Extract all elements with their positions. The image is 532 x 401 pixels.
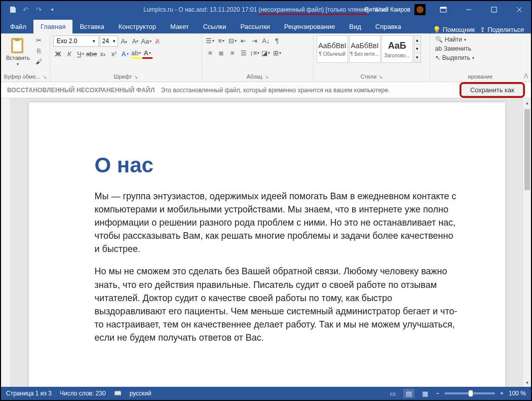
bold-button[interactable]: Ж: [53, 49, 63, 59]
vertical-ruler[interactable]: [1, 98, 11, 387]
select-button[interactable]: ↖Выделить▾: [433, 54, 476, 62]
styles-gallery[interactable]: АаБбВвІ¶ Обычный АаБбВвІ¶ Без инте... Аа…: [317, 35, 421, 63]
scroll-thumb[interactable]: [524, 109, 530, 190]
tab-references[interactable]: Ссылки: [196, 20, 234, 33]
dialog-launcher-icon[interactable]: ↘: [43, 74, 47, 80]
tab-layout[interactable]: Макет: [163, 20, 196, 33]
dialog-launcher-icon[interactable]: ↘: [378, 74, 383, 80]
qat-dropdown-icon[interactable]: ▾: [48, 6, 56, 14]
redo-icon[interactable]: ↷: [35, 6, 43, 14]
scroll-down-icon[interactable]: ▾: [523, 378, 531, 387]
svg-rect-1: [440, 7, 446, 9]
font-color-button[interactable]: A▾: [142, 49, 153, 59]
numbering-button[interactable]: ≡▾: [216, 35, 226, 46]
find-button[interactable]: 🔍Найти▾: [433, 35, 476, 44]
cut-button[interactable]: ✂: [34, 35, 44, 45]
lightbulb-icon: 💡: [433, 26, 441, 33]
svg-rect-6: [13, 40, 22, 52]
superscript-button[interactable]: x²: [109, 49, 119, 59]
format-painter-button[interactable]: 🖌: [34, 57, 44, 66]
window-title: Lumpics.ru - О нас.asd: 13.11.2020 17:01…: [143, 6, 389, 13]
styles-scroll[interactable]: ▴▾▾: [414, 35, 421, 63]
ribbon-tabs: Файл Главная Вставка Конструктор Макет С…: [1, 18, 531, 33]
save-icon[interactable]: [9, 6, 17, 14]
read-mode-button[interactable]: ▭: [387, 389, 398, 398]
scroll-up-icon[interactable]: ▴: [523, 98, 531, 107]
highlight-button[interactable]: ab▾: [131, 49, 141, 59]
proofing-icon[interactable]: 📖: [114, 390, 122, 397]
font-size-combo[interactable]: 24▾: [100, 35, 118, 47]
show-marks-button[interactable]: ¶: [272, 35, 282, 46]
document-viewport[interactable]: О нас Мы — группа энтузиастов, одержимых…: [11, 98, 522, 387]
document-paragraph[interactable]: Мы — группа энтузиастов, одержимых идеей…: [95, 190, 460, 256]
paste-button[interactable]: Вставить ▾: [4, 35, 32, 68]
copy-button[interactable]: ⎘: [34, 46, 44, 55]
user-avatar-icon: [414, 4, 426, 15]
replace-button[interactable]: abЗаменить: [433, 45, 476, 53]
document-heading[interactable]: О нас: [95, 153, 460, 177]
sort-button[interactable]: A↓: [261, 35, 271, 46]
web-layout-button[interactable]: ▦: [420, 389, 431, 398]
share-button[interactable]: ⇪ Поделиться: [480, 26, 524, 33]
tab-file[interactable]: Файл: [3, 20, 33, 33]
page[interactable]: О нас Мы — группа энтузиастов, одержимых…: [29, 102, 505, 387]
dialog-launcher-icon[interactable]: ↘: [134, 74, 138, 80]
justify-button[interactable]: ☰: [239, 48, 249, 58]
tab-review[interactable]: Рецензирование: [277, 20, 342, 33]
ribbon-group-clipboard: Вставить ▾ ✂ ⎘ 🖌 Буфер обме...↘: [1, 33, 50, 82]
style-heading[interactable]: АаБЗаголово...: [382, 35, 413, 63]
style-normal[interactable]: АаБбВвІ¶ Обычный: [317, 35, 348, 63]
page-count[interactable]: Страница 1 из 3: [6, 390, 52, 397]
ribbon-options-icon[interactable]: [432, 1, 455, 18]
print-layout-button[interactable]: ▤: [403, 389, 414, 398]
language-status[interactable]: русский: [130, 390, 151, 397]
bullets-button[interactable]: ☰▾: [205, 35, 215, 46]
maximize-button[interactable]: [482, 1, 506, 18]
multilevel-button[interactable]: ⊟▾: [227, 35, 238, 46]
align-center-button[interactable]: ≣: [216, 48, 226, 58]
line-spacing-button[interactable]: ↕≡▾: [250, 48, 260, 58]
tab-design[interactable]: Конструктор: [111, 20, 163, 33]
word-count[interactable]: Число слов: 230: [60, 390, 106, 397]
subscript-button[interactable]: x₂: [98, 49, 108, 59]
underline-button[interactable]: Ч▾: [75, 49, 86, 59]
minimize-button[interactable]: [457, 1, 480, 18]
tab-insert[interactable]: Вставка: [72, 20, 111, 33]
tab-help[interactable]: Справка: [368, 20, 408, 33]
tab-view[interactable]: Вид: [342, 20, 368, 33]
italic-button[interactable]: К: [64, 49, 74, 59]
tab-home[interactable]: Главная: [33, 20, 72, 33]
ribbon-group-paragraph: ☰▾ ≡▾ ⊟▾ ⇤ ⇥ A↓ ¶ ≡ ≣ ≡ ☰ ↕≡▾ ◪▾ ⊞▾: [202, 33, 314, 82]
change-case-button[interactable]: Aa▾: [141, 36, 151, 46]
shrink-font-button[interactable]: A▾: [130, 36, 140, 46]
strikethrough-button[interactable]: abe: [87, 49, 97, 59]
title-bar: ↶ ↷ ▾ Lumpics.ru - О нас.asd: 13.11.2020…: [1, 1, 531, 18]
decrease-indent-button[interactable]: ⇤: [239, 35, 249, 46]
tab-mailings[interactable]: Рассылки: [233, 20, 277, 33]
clear-format-button[interactable]: A̷: [153, 36, 163, 46]
vertical-scrollbar[interactable]: ▴ ▾: [522, 98, 531, 387]
close-button[interactable]: [508, 1, 531, 18]
zoom-slider[interactable]: [444, 392, 495, 394]
undo-icon[interactable]: ↶: [22, 6, 30, 14]
clipboard-icon: [10, 38, 26, 54]
tell-me-button[interactable]: 💡 Помощник: [433, 26, 475, 33]
zoom-in-button[interactable]: +: [500, 390, 504, 397]
document-paragraph[interactable]: Но мы не сможем это сделать без Вашей об…: [95, 265, 460, 344]
style-no-spacing[interactable]: АаБбВвІ¶ Без инте...: [349, 35, 381, 63]
share-icon: ⇪: [480, 26, 485, 33]
align-left-button[interactable]: ≡: [205, 48, 215, 58]
grow-font-button[interactable]: A▴: [119, 36, 129, 46]
zoom-out-button[interactable]: −: [436, 390, 439, 397]
zoom-level[interactable]: 100 %: [509, 390, 526, 397]
borders-button[interactable]: ⊞▾: [272, 48, 282, 58]
font-name-combo[interactable]: Exo 2.0▾: [53, 35, 99, 47]
save-as-button[interactable]: Сохранить как: [460, 82, 525, 98]
search-icon: 🔍: [435, 36, 443, 43]
text-effects-button[interactable]: A▾: [120, 49, 130, 59]
collapse-ribbon-button[interactable]: ᐱ: [524, 72, 528, 80]
increase-indent-button[interactable]: ⇥: [250, 35, 260, 46]
shading-button[interactable]: ◪▾: [261, 48, 271, 58]
dialog-launcher-icon[interactable]: ↘: [264, 74, 269, 80]
align-right-button[interactable]: ≡: [227, 48, 238, 58]
